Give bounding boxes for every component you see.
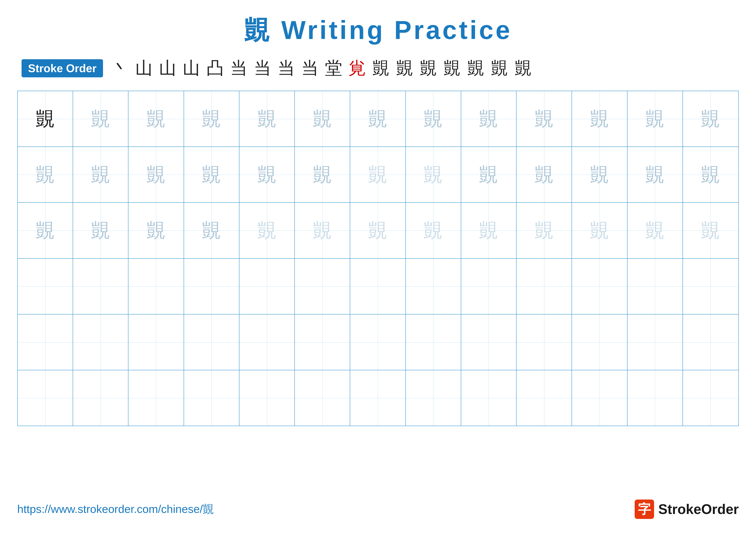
grid-cell[interactable]: 覬	[517, 203, 572, 258]
grid-cell[interactable]	[128, 315, 184, 370]
grid-cell[interactable]: 覬	[350, 147, 406, 202]
grid-cell[interactable]	[572, 370, 627, 426]
practice-char: 覬	[701, 162, 720, 188]
grid-cell[interactable]: 覬	[406, 203, 461, 258]
grid-cell[interactable]: 覬	[295, 203, 350, 258]
practice-char: 覬	[368, 106, 388, 132]
grid-cell[interactable]	[406, 370, 461, 426]
grid-cell[interactable]	[295, 315, 350, 370]
grid-cell[interactable]	[18, 370, 73, 426]
practice-char: 覬	[590, 162, 609, 188]
grid-cell[interactable]	[628, 315, 683, 370]
grid-cell[interactable]	[73, 259, 128, 314]
grid-cell[interactable]: 覬	[406, 91, 461, 146]
grid-row-5	[18, 315, 738, 370]
stroke-2: 山	[135, 57, 152, 80]
grid-cell[interactable]: 覬	[628, 91, 683, 146]
grid-cell[interactable]	[239, 315, 295, 370]
grid-cell[interactable]	[683, 259, 738, 314]
grid-cell[interactable]: 覬	[73, 147, 128, 202]
grid-cell[interactable]: 覬	[239, 91, 295, 146]
grid-cell[interactable]	[128, 370, 184, 426]
page: 覬 Writing Practice Stroke Order 丶 山 山 山 …	[0, 0, 756, 534]
grid-cell[interactable]: 覬	[128, 203, 184, 258]
grid-row-3: 覬 覬 覬 覬 覬 覬 覬 覬 覬 覬 覬 覬 覬	[18, 203, 738, 259]
grid-cell[interactable]: 覬	[184, 147, 239, 202]
grid-cell[interactable]: 覬	[517, 147, 572, 202]
grid-cell[interactable]	[239, 370, 295, 426]
grid-cell[interactable]: 覬	[461, 203, 517, 258]
stroke-12: 覬	[372, 57, 390, 80]
grid-cell[interactable]: 覬	[683, 91, 738, 146]
grid-cell[interactable]: 覬	[73, 91, 128, 146]
grid-cell[interactable]: 覬	[184, 203, 239, 258]
grid-cell[interactable]: 覬	[683, 203, 738, 258]
grid-cell[interactable]	[18, 315, 73, 370]
practice-char: 覬	[146, 162, 166, 188]
grid-cell[interactable]: 覬	[350, 203, 406, 258]
grid-cell[interactable]	[350, 370, 406, 426]
grid-cell[interactable]	[239, 259, 295, 314]
grid-cell[interactable]: 覬	[461, 91, 517, 146]
grid-cell[interactable]: 覬	[18, 203, 73, 258]
stroke-10: 堂	[325, 57, 342, 80]
grid-cell[interactable]	[406, 315, 461, 370]
grid-cell[interactable]	[184, 370, 239, 426]
grid-cell[interactable]	[406, 259, 461, 314]
practice-char: 覬	[590, 217, 609, 243]
grid-cell[interactable]	[73, 315, 128, 370]
grid-cell[interactable]	[461, 370, 517, 426]
grid-cell[interactable]: 覬	[295, 91, 350, 146]
grid-cell[interactable]	[18, 259, 73, 314]
grid-cell[interactable]: 覬	[128, 147, 184, 202]
grid-cell[interactable]: 覬	[128, 91, 184, 146]
grid-cell[interactable]: 覬	[73, 203, 128, 258]
grid-cell[interactable]: 覬	[239, 203, 295, 258]
stroke-3: 山	[159, 57, 176, 80]
grid-cell[interactable]: 覬	[683, 147, 738, 202]
practice-char: 覬	[146, 217, 166, 243]
grid-cell[interactable]	[628, 259, 683, 314]
grid-cell[interactable]: 覬	[572, 147, 627, 202]
grid-cell[interactable]	[461, 259, 517, 314]
stroke-8: 当	[278, 57, 295, 80]
grid-cell[interactable]: 覬	[572, 91, 627, 146]
footer-url[interactable]: https://www.strokeorder.com/chinese/覬	[17, 502, 214, 517]
grid-cell[interactable]	[572, 315, 627, 370]
grid-cell[interactable]	[572, 259, 627, 314]
grid-cell[interactable]: 覬	[406, 147, 461, 202]
grid-cell[interactable]	[517, 259, 572, 314]
stroke-17: 覬	[491, 57, 508, 80]
grid-cell[interactable]: 覬	[18, 91, 73, 146]
grid-cell[interactable]	[184, 259, 239, 314]
grid-cell[interactable]	[683, 370, 738, 426]
practice-char: 覬	[423, 106, 443, 132]
grid-cell[interactable]	[350, 259, 406, 314]
grid-cell[interactable]	[517, 315, 572, 370]
grid-cell[interactable]	[295, 259, 350, 314]
grid-cell[interactable]: 覬	[461, 147, 517, 202]
grid-cell[interactable]: 覬	[572, 203, 627, 258]
grid-cell[interactable]: 覬	[628, 147, 683, 202]
grid-cell[interactable]	[295, 370, 350, 426]
grid-cell[interactable]: 覬	[350, 91, 406, 146]
grid-cell[interactable]	[683, 315, 738, 370]
practice-char: 覬	[423, 217, 443, 243]
practice-char: 覬	[368, 217, 388, 243]
grid-cell[interactable]: 覬	[628, 203, 683, 258]
grid-cell[interactable]	[73, 370, 128, 426]
grid-cell[interactable]	[628, 370, 683, 426]
grid-cell[interactable]: 覬	[184, 91, 239, 146]
grid-cell[interactable]: 覬	[517, 91, 572, 146]
stroke-6: 当	[230, 57, 247, 80]
grid-cell[interactable]: 覬	[18, 147, 73, 202]
grid-cell[interactable]	[517, 370, 572, 426]
grid-cell[interactable]	[350, 315, 406, 370]
practice-char: 覬	[91, 162, 110, 188]
grid-cell[interactable]: 覬	[295, 147, 350, 202]
grid-cell[interactable]	[128, 259, 184, 314]
grid-cell[interactable]	[461, 315, 517, 370]
stroke-14: 覬	[420, 57, 437, 80]
grid-cell[interactable]	[184, 315, 239, 370]
grid-cell[interactable]: 覬	[239, 147, 295, 202]
